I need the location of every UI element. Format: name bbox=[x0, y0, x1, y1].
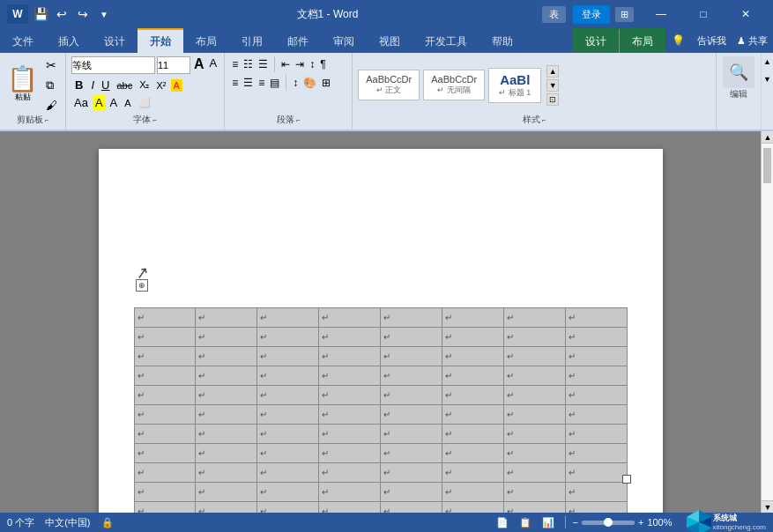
scroll-up-arrow[interactable]: ▲ bbox=[762, 131, 773, 144]
table-cell[interactable]: ↵ bbox=[442, 308, 503, 328]
table-cell[interactable]: ↵ bbox=[134, 405, 196, 425]
table-cell[interactable]: ↵ bbox=[196, 483, 257, 502]
table-cell[interactable]: ↵ bbox=[319, 444, 381, 463]
decrease-indent-button[interactable]: ⇤ bbox=[279, 56, 292, 72]
shading-button[interactable]: 🎨 bbox=[301, 75, 318, 91]
grow-font-button[interactable]: A bbox=[192, 56, 206, 74]
table-cell[interactable]: ↵ bbox=[503, 347, 565, 366]
table-cell[interactable]: ↵ bbox=[319, 328, 381, 347]
table-cell[interactable]: ↵ bbox=[503, 386, 565, 405]
maximize-button[interactable]: □ bbox=[683, 0, 724, 28]
tab-review[interactable]: 审阅 bbox=[321, 28, 367, 53]
tab-references[interactable]: 引用 bbox=[229, 28, 275, 53]
table-cell[interactable]: ↵ bbox=[381, 444, 442, 463]
table-cell[interactable]: ↵ bbox=[381, 386, 442, 405]
justify-button[interactable]: ▤ bbox=[268, 75, 281, 91]
table-cell[interactable]: ↵ bbox=[565, 386, 627, 405]
table-cell[interactable]: ↵ bbox=[319, 347, 381, 366]
login-button[interactable]: 登录 bbox=[573, 5, 610, 24]
table-cell[interactable]: ↵ bbox=[257, 463, 319, 483]
multilevel-list-button[interactable]: ☰ bbox=[256, 56, 270, 72]
tell-me-text[interactable]: 告诉我 bbox=[692, 28, 732, 53]
table-cell[interactable]: ↵ bbox=[503, 405, 565, 425]
close-button[interactable]: ✕ bbox=[725, 0, 766, 28]
table-cell[interactable]: ↵ bbox=[319, 502, 381, 514]
table-cell[interactable]: ↵ bbox=[503, 328, 565, 347]
table-move-handle[interactable]: ⊕ bbox=[136, 279, 148, 292]
italic-button[interactable]: I bbox=[88, 78, 97, 92]
tab-design[interactable]: 设计 bbox=[92, 28, 138, 53]
table-cell[interactable]: ↵ bbox=[565, 425, 627, 444]
table-cell[interactable]: ↵ bbox=[257, 328, 319, 347]
increase-indent-button[interactable]: ⇥ bbox=[294, 56, 306, 72]
line-spacing-button[interactable]: ↕ bbox=[291, 75, 300, 91]
tab-insert[interactable]: 插入 bbox=[46, 28, 92, 53]
char-shading-button[interactable]: ⬜ bbox=[136, 96, 153, 109]
font-color-button[interactable]: A bbox=[108, 95, 121, 110]
table-cell[interactable]: ↵ bbox=[257, 502, 319, 514]
table-cell[interactable]: ↵ bbox=[442, 386, 503, 405]
styles-scroll-down[interactable]: ▼ bbox=[546, 79, 559, 92]
table-cell[interactable]: ↵ bbox=[319, 405, 381, 425]
table-cell[interactable]: ↵ bbox=[381, 405, 442, 425]
table-cell[interactable]: ↵ bbox=[381, 347, 442, 366]
paste-button[interactable]: 📋 粘贴 bbox=[5, 65, 40, 105]
table-cell[interactable]: ↵ bbox=[381, 366, 442, 386]
font-size-input[interactable] bbox=[157, 56, 190, 74]
underline-button[interactable]: U bbox=[99, 78, 112, 92]
align-right-button[interactable]: ≡ bbox=[256, 75, 266, 91]
table-cell[interactable]: ↵ bbox=[134, 425, 196, 444]
tab-view[interactable]: 视图 bbox=[367, 28, 413, 53]
table-cell[interactable]: ↵ bbox=[381, 463, 442, 483]
table-cell[interactable]: ↵ bbox=[381, 502, 442, 514]
table-cell[interactable]: ↵ bbox=[257, 347, 319, 366]
table-cell[interactable]: ↵ bbox=[319, 483, 381, 502]
table-cell[interactable]: ↵ bbox=[442, 405, 503, 425]
tab-layout[interactable]: 布局 bbox=[183, 28, 229, 53]
table-cell[interactable]: ↵ bbox=[196, 463, 257, 483]
paragraph-expand-icon[interactable]: ⌐ bbox=[296, 116, 301, 124]
table-cell[interactable]: ↵ bbox=[503, 444, 565, 463]
align-center-button[interactable]: ☰ bbox=[242, 75, 255, 91]
borders-button[interactable]: ⊞ bbox=[320, 75, 332, 91]
share-group-button[interactable]: ⊞ bbox=[615, 7, 634, 22]
style-normal[interactable]: AaBbCcDr ↵ 正文 bbox=[358, 70, 420, 100]
table-cell[interactable]: ↵ bbox=[565, 328, 627, 347]
table-cell[interactable]: ↵ bbox=[319, 463, 381, 483]
document-scroll-area[interactable]: ↗ ⊕ ↵↵↵↵↵↵↵↵↵↵↵↵↵↵↵↵↵↵↵↵↵↵↵↵↵↵↵↵↵↵↵↵↵↵↵↵… bbox=[0, 131, 761, 513]
table-cell[interactable]: ↵ bbox=[442, 366, 503, 386]
table-cell[interactable]: ↵ bbox=[196, 502, 257, 514]
table-cell[interactable]: ↵ bbox=[257, 308, 319, 328]
table-resize-handle[interactable] bbox=[622, 475, 631, 484]
shrink-font-button[interactable]: A bbox=[208, 56, 219, 74]
table-cell[interactable]: ↵ bbox=[503, 463, 565, 483]
zoom-slider[interactable] bbox=[582, 521, 635, 525]
superscript-button[interactable]: X² bbox=[154, 79, 169, 92]
zoom-in-button[interactable]: + bbox=[638, 517, 643, 528]
table-cell[interactable]: ↵ bbox=[319, 425, 381, 444]
tell-me-icon[interactable]: 💡 bbox=[665, 28, 692, 53]
table-cell[interactable]: ↵ bbox=[134, 386, 196, 405]
styles-expand-icon[interactable]: ⌐ bbox=[542, 116, 546, 124]
table-cell[interactable]: ↵ bbox=[442, 444, 503, 463]
table-cell[interactable]: ↵ bbox=[134, 502, 196, 514]
ribbon-scroll-up[interactable]: ▲ bbox=[762, 53, 774, 70]
tab-file[interactable]: 文件 bbox=[0, 28, 46, 53]
customize-qat-button[interactable]: ▼ bbox=[95, 5, 113, 23]
table-cell[interactable]: ↵ bbox=[381, 308, 442, 328]
numbering-button[interactable]: ☷ bbox=[242, 56, 255, 72]
table-cell[interactable]: ↵ bbox=[134, 347, 196, 366]
tab-developer[interactable]: 开发工具 bbox=[413, 28, 479, 53]
tab-table-design[interactable]: 设计 bbox=[573, 28, 619, 53]
table-cell[interactable]: ↵ bbox=[565, 405, 627, 425]
table-cell[interactable]: ↵ bbox=[134, 328, 196, 347]
table-cell[interactable]: ↵ bbox=[381, 483, 442, 502]
scroll-thumb[interactable] bbox=[763, 148, 771, 183]
table-cell[interactable]: ↵ bbox=[442, 347, 503, 366]
table-cell[interactable]: ↵ bbox=[134, 366, 196, 386]
redo-qat-button[interactable]: ↪ bbox=[74, 5, 92, 23]
table-cell[interactable]: ↵ bbox=[134, 444, 196, 463]
align-left-button[interactable]: ≡ bbox=[230, 75, 240, 91]
table-cell[interactable]: ↵ bbox=[134, 483, 196, 502]
table-cell[interactable]: ↵ bbox=[319, 386, 381, 405]
